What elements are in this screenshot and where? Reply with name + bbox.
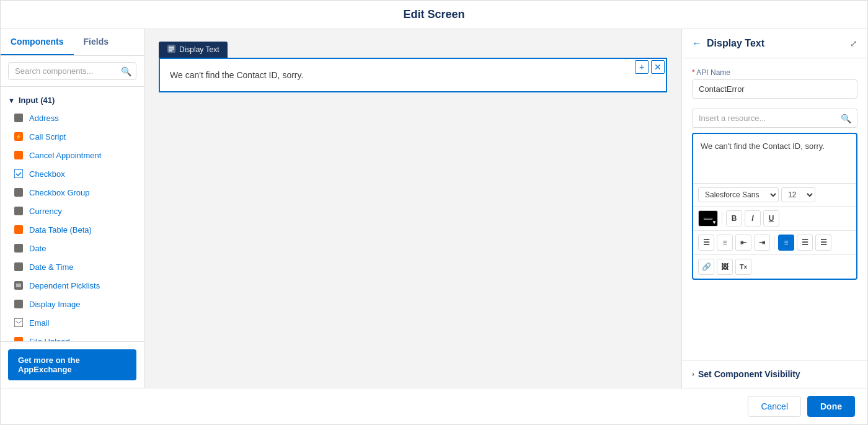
data-table-icon	[13, 224, 24, 235]
display-image-icon	[13, 298, 24, 310]
right-panel: ← Display Text ⤢ API Name 🔍 W	[681, 29, 867, 388]
right-panel-body: API Name 🔍 We can't find the Contact ID,…	[682, 58, 867, 360]
address-icon	[13, 112, 24, 123]
sidebar-item-date[interactable]: Date	[1, 239, 144, 257]
visibility-toggle[interactable]: › Set Component Visibility	[692, 369, 857, 379]
font-size-select[interactable]: 12	[781, 187, 815, 202]
editor-format-row-3: 🔗 🖼 Tx	[693, 255, 856, 279]
svg-rect-9	[14, 262, 23, 271]
sidebar-group-header[interactable]: ▼ Input (41)	[1, 92, 144, 109]
back-button[interactable]: ←	[692, 38, 702, 49]
sidebar-item-label: Cancel Appointment	[29, 151, 101, 160]
checkbox-icon	[13, 168, 24, 179]
canvas-component-container: Display Text We can't find the Contact I…	[159, 42, 667, 92]
visibility-section: › Set Component Visibility	[682, 360, 867, 388]
currency-icon	[13, 205, 24, 217]
sidebar-item-label: Currency	[29, 207, 62, 216]
sidebar-item-address[interactable]: Address	[1, 109, 144, 127]
right-panel-title: Display Text	[707, 38, 845, 49]
svg-rect-16	[14, 337, 23, 341]
sidebar-item-date-time[interactable]: Date & Time	[1, 257, 144, 276]
sidebar-item-label: Display Image	[29, 300, 80, 309]
sidebar-item-checkbox[interactable]: Checkbox	[1, 164, 144, 183]
tab-fields[interactable]: Fields	[74, 29, 118, 55]
resource-search-input[interactable]	[692, 109, 857, 128]
ordered-list-button[interactable]: ≡	[717, 235, 733, 251]
search-input[interactable]	[8, 62, 136, 80]
expand-icon[interactable]: ⤢	[850, 38, 857, 48]
editor-font-row: Salesforce Sans 12	[693, 184, 856, 207]
editor-format-row-1: B I U	[693, 207, 856, 231]
sidebar-item-display-image[interactable]: Display Image	[1, 295, 144, 313]
sidebar-footer: Get more on the AppExchange	[1, 341, 144, 388]
resource-search-container: 🔍	[692, 109, 857, 128]
sidebar-item-cancel-appointment[interactable]: Cancel Appointment	[1, 146, 144, 164]
svg-rect-3	[14, 151, 23, 159]
link-button[interactable]: 🔗	[698, 259, 714, 275]
text-color-button[interactable]	[698, 210, 718, 226]
editor-content[interactable]: We can't find the Contact ID, sorry.	[693, 134, 856, 184]
sidebar-item-currency[interactable]: Currency	[1, 202, 144, 220]
visibility-label: Set Component Visibility	[698, 369, 800, 379]
sidebar-item-call-script[interactable]: ⚡ Call Script	[1, 127, 144, 146]
sidebar-content: ▼ Input (41) Address ⚡ Call Script	[1, 87, 144, 341]
group-label: Input (41)	[19, 96, 55, 105]
unordered-list-button[interactable]: ☰	[698, 235, 714, 251]
search-icon: 🔍	[121, 66, 131, 76]
text-editor: We can't find the Contact ID, sorry. Sal…	[692, 133, 857, 280]
sidebar-search-container: 🔍	[1, 56, 144, 87]
editor-text: We can't find the Contact ID, sorry.	[701, 141, 825, 151]
svg-rect-4	[14, 169, 23, 178]
file-upload-icon	[13, 336, 24, 341]
component-box[interactable]: We can't find the Contact ID, sorry.	[159, 58, 667, 92]
separator-2	[774, 236, 774, 249]
component-tab[interactable]: Display Text	[159, 42, 228, 58]
right-panel-header: ← Display Text ⤢	[682, 29, 867, 58]
sidebar-item-label: Checkbox	[29, 169, 65, 179]
bold-button[interactable]: B	[726, 210, 742, 226]
sidebar-item-label: Date	[29, 244, 46, 253]
italic-button[interactable]: I	[745, 210, 761, 226]
sidebar-item-data-table[interactable]: Data Table (Beta)	[1, 220, 144, 239]
editor-format-row-2: ☰ ≡ ⇤ ⇥ ≡ ☰ ☰	[693, 231, 856, 255]
indent-increase-button[interactable]: ⇥	[754, 235, 770, 251]
sidebar-item-label: Email	[29, 318, 50, 328]
separator-1	[722, 212, 722, 225]
component-actions: + ✕	[635, 60, 665, 74]
component-tab-label: Display Text	[179, 45, 219, 54]
image-button[interactable]: 🖼	[717, 259, 733, 275]
underline-button[interactable]: U	[763, 210, 779, 226]
component-text: We can't find the Contact ID, sorry.	[170, 70, 656, 80]
svg-rect-0	[14, 114, 23, 122]
sidebar-item-checkbox-group[interactable]: Checkbox Group	[1, 183, 144, 202]
header: Edit Screen	[1, 1, 867, 29]
sidebar-item-file-upload[interactable]: File Upload	[1, 332, 144, 341]
api-name-group: API Name	[692, 68, 857, 99]
svg-rect-15	[14, 318, 23, 327]
svg-rect-8	[14, 244, 23, 253]
svg-text:⚡: ⚡	[16, 133, 22, 140]
component-delete-button[interactable]: ✕	[651, 60, 665, 74]
indent-decrease-button[interactable]: ⇤	[735, 235, 751, 251]
api-name-input[interactable]	[692, 79, 857, 99]
align-center-button[interactable]: ☰	[797, 235, 813, 251]
sidebar-item-email[interactable]: Email	[1, 313, 144, 332]
font-family-select[interactable]: Salesforce Sans	[698, 187, 779, 202]
component-add-button[interactable]: +	[635, 60, 649, 74]
clear-format-button[interactable]: Tx	[735, 259, 751, 275]
tab-components[interactable]: Components	[1, 29, 74, 55]
sidebar-item-label: Date & Time	[29, 262, 74, 272]
done-button[interactable]: Done	[807, 396, 855, 417]
align-right-button[interactable]: ☰	[815, 235, 831, 251]
checkbox-group-icon	[13, 187, 24, 198]
appexchange-button[interactable]: Get more on the AppExchange	[8, 349, 136, 380]
dependent-picklists-icon	[13, 280, 24, 291]
svg-rect-6	[14, 207, 23, 215]
sidebar-item-dependent-picklists[interactable]: Dependent Picklists	[1, 276, 144, 295]
canvas: Display Text We can't find the Contact I…	[144, 29, 681, 388]
sidebar-tabs: Components Fields	[1, 29, 144, 56]
component-tab-icon	[167, 45, 175, 55]
align-left-button[interactable]: ≡	[778, 235, 794, 251]
cancel-button[interactable]: Cancel	[748, 396, 801, 417]
footer: Cancel Done	[1, 388, 867, 424]
